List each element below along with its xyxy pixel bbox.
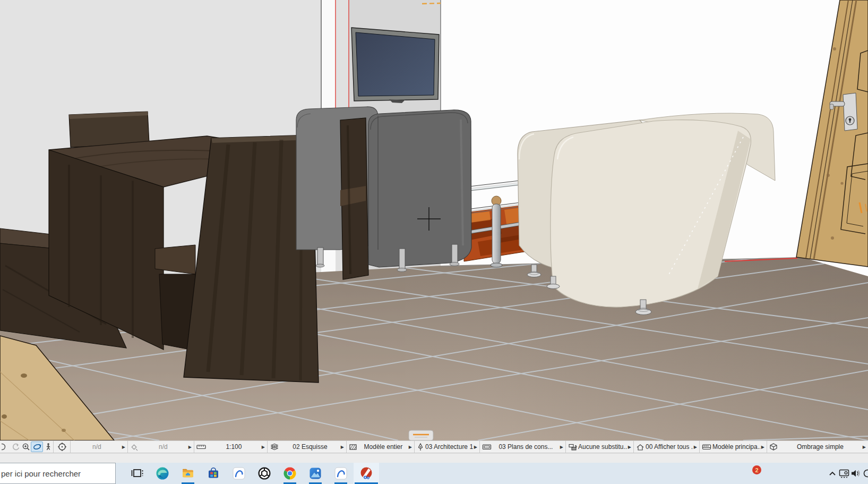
edge-button[interactable]: [150, 463, 175, 484]
statusbar-pen-set[interactable]: 03 Architecture 1... ▶: [414, 441, 479, 453]
photos-button[interactable]: [303, 463, 328, 484]
3d-scene: [0, 0, 868, 440]
arc-app-icon: [232, 466, 246, 480]
chevron-right-icon[interactable]: ▶: [188, 445, 192, 449]
arc-app-icon: [334, 466, 348, 480]
field-2-value: n/d: [139, 443, 187, 451]
archicad-button[interactable]: [354, 463, 379, 484]
display-connect-icon[interactable]: [838, 468, 850, 479]
clipped-edge-icon[interactable]: [862, 468, 868, 479]
statusbar-scale[interactable]: 1:100 ▶: [194, 441, 267, 453]
windows-taskbar: per ici pour rechercher: [0, 463, 868, 484]
scale-value: 1:100: [207, 443, 261, 451]
pen-icon: [417, 443, 424, 451]
override-icon: [568, 443, 577, 451]
layer-combination-value: 02 Esquisse: [280, 443, 340, 451]
chatgpt-icon: [257, 466, 271, 480]
orange-guide-dash: [422, 3, 441, 4]
chevron-up-icon[interactable]: [827, 469, 838, 478]
layers-icon: [270, 443, 279, 451]
statusbar: n/d ▶ n/d ▶ 1:100 ▶ 02 Esquisse ▶ Modèle…: [0, 440, 868, 453]
arc-app-2-button[interactable]: [328, 463, 354, 484]
graphic-overrides-value: Aucune substitu...: [578, 443, 627, 451]
file-explorer-button[interactable]: [175, 463, 201, 484]
taskbar-search-input[interactable]: per ici pour rechercher: [0, 463, 116, 484]
model-view-options-value: 03 Plans de cons...: [493, 443, 559, 451]
model-view-icon: [482, 443, 492, 451]
chatgpt-button[interactable]: [252, 463, 277, 484]
zoom-previous-icon[interactable]: [1, 441, 11, 452]
chevron-right-icon[interactable]: ▶: [560, 445, 563, 449]
fit-in-window-icon[interactable]: [53, 441, 70, 453]
house-icon: [636, 443, 644, 451]
microsoft-store-icon: [207, 466, 220, 480]
statusbar-renovation-filter[interactable]: 00 Afficher tous ... ▶: [633, 441, 699, 453]
chevron-right-icon[interactable]: ▶: [122, 445, 125, 449]
search-text: per ici pour rechercher: [1, 469, 81, 478]
statusbar-renovation-status[interactable]: Modèle principa... ▶: [699, 441, 767, 453]
gray-chairs: [296, 107, 471, 279]
archicad-window: n/d ▶ n/d ▶ 1:100 ▶ 02 Esquisse ▶ Modèle…: [0, 0, 868, 484]
task-view-icon: [130, 466, 144, 480]
microsoft-store-button[interactable]: [201, 463, 226, 484]
edge-icon: [156, 466, 169, 480]
3d-viewport[interactable]: [0, 0, 868, 440]
badge-count: 2: [755, 467, 758, 473]
statusbar-nav-tools: [0, 441, 53, 453]
zoom-in-icon[interactable]: [21, 441, 31, 452]
structure-icon: [349, 443, 358, 451]
notification-badge[interactable]: 2: [752, 465, 761, 474]
back-arrow-icon[interactable]: [11, 441, 21, 452]
field-1-value: n/d: [73, 443, 121, 451]
filmstrip-icon: [702, 443, 711, 451]
viewport-scroll-tab[interactable]: [409, 430, 433, 440]
system-tray: [827, 463, 868, 484]
structure-display-value: Modèle entier: [359, 443, 408, 451]
orbit-icon[interactable]: [31, 441, 43, 452]
renovation-status-value: Modèle principa...: [712, 443, 760, 451]
photos-icon: [308, 466, 322, 480]
chevron-right-icon[interactable]: ▶: [341, 445, 344, 449]
statusbar-graphic-overrides[interactable]: Aucune substitu... ▶: [565, 441, 633, 453]
walk-explore-icon[interactable]: [43, 441, 53, 452]
diamond-cursor-icon: [130, 443, 138, 451]
taskbar-apps: [124, 463, 379, 484]
statusbar-field-2[interactable]: n/d ▶: [127, 441, 194, 453]
task-view-button[interactable]: [124, 463, 150, 484]
renovation-filter-value: 00 Afficher tous ...: [646, 443, 693, 451]
ruler-icon: [196, 443, 206, 451]
chevron-right-icon[interactable]: ▶: [409, 445, 412, 449]
statusbar-layer-combination[interactable]: 02 Esquisse ▶: [267, 441, 346, 453]
view-style-value: Ombrage simple: [779, 443, 862, 451]
chrome-icon: [283, 466, 297, 480]
chevron-right-icon[interactable]: ▶: [761, 445, 764, 449]
file-explorer-icon: [181, 466, 195, 480]
statusbar-view-style[interactable]: Ombrage simple ▶: [767, 441, 868, 453]
statusbar-model-view-options[interactable]: 03 Plans de cons... ▶: [479, 441, 565, 453]
cube-icon: [769, 443, 778, 451]
pen-set-value: 03 Architecture 1...: [425, 443, 473, 451]
chevron-right-icon[interactable]: ▶: [863, 445, 866, 449]
wall-tv: [351, 28, 439, 103]
arc-app-1-button[interactable]: [226, 463, 252, 484]
archicad-icon: [359, 466, 373, 480]
chevron-right-icon[interactable]: ▶: [628, 445, 631, 449]
statusbar-structure-display[interactable]: Modèle entier ▶: [346, 441, 414, 453]
volume-icon[interactable]: [850, 468, 862, 479]
chevron-right-icon[interactable]: ▶: [694, 445, 697, 449]
application-frame-strip: [0, 454, 868, 463]
chevron-right-icon[interactable]: ▶: [262, 445, 265, 449]
chrome-button[interactable]: [277, 463, 303, 484]
statusbar-field-1[interactable]: n/d ▶: [70, 441, 127, 453]
chevron-right-icon[interactable]: ▶: [474, 445, 477, 449]
